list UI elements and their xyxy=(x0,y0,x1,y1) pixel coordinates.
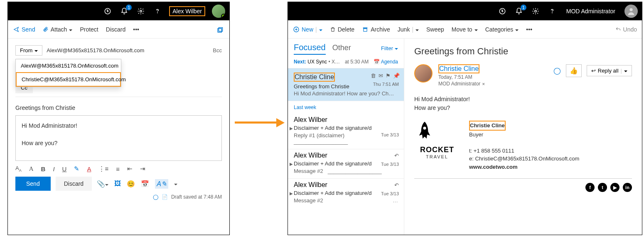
from-row: From AlexW@M365x815178.OnMicrosoft.com B… xyxy=(15,43,222,58)
font-color-icon[interactable]: A xyxy=(87,165,91,172)
insert-icons: 📎 🖼 😊 📅 A✎ xyxy=(97,179,177,189)
protect-command[interactable]: Protect xyxy=(80,26,98,33)
picture-icon[interactable]: 🖼 xyxy=(114,180,121,187)
chevron-down-icon xyxy=(474,26,478,33)
undo-label: Undo xyxy=(623,26,637,33)
bell-icon[interactable]: 1 xyxy=(514,6,524,16)
new-command[interactable]: New| xyxy=(293,26,322,33)
brand-name: ROCKET xyxy=(414,146,460,154)
from-button[interactable]: From xyxy=(15,45,42,56)
next-extra: • X… xyxy=(328,59,340,65)
attach-command[interactable]: Attach xyxy=(43,26,73,33)
send-command[interactable]: Send xyxy=(13,26,35,33)
moveto-command[interactable]: Move to xyxy=(452,26,478,33)
sent-time: Today, 7:51 AM xyxy=(438,74,485,80)
linkedin-icon[interactable]: in xyxy=(623,183,632,192)
agenda-link[interactable]: 📅 Agenda xyxy=(374,59,398,65)
more-insert-icon[interactable] xyxy=(174,180,177,187)
undo-command[interactable]: Undo xyxy=(615,26,637,33)
next-time: at 5:30 AM xyxy=(345,59,369,65)
conv-time: Tue 3/13 xyxy=(381,191,399,196)
highlight-icon[interactable]: ✎ xyxy=(74,165,79,172)
bcc-link[interactable]: Bcc xyxy=(213,47,222,53)
archive-command[interactable]: Archive xyxy=(362,26,390,33)
categories-command[interactable]: Categories xyxy=(485,26,519,33)
like-button[interactable]: 👍 xyxy=(566,64,582,77)
expand-caret-icon[interactable]: ▶ xyxy=(290,126,293,131)
italic-icon[interactable]: I xyxy=(53,165,54,172)
more-command[interactable]: ••• xyxy=(133,26,139,33)
sender-avatar[interactable] xyxy=(414,64,433,83)
help-icon[interactable] xyxy=(152,6,162,16)
youtube-icon[interactable]: ▶ xyxy=(610,183,619,192)
categories-label: Categories xyxy=(485,26,514,33)
sync-icon: ◯ xyxy=(553,67,561,75)
flag-icon[interactable]: ⚑ xyxy=(386,73,391,79)
avatar[interactable] xyxy=(624,5,638,18)
user-name[interactable]: MOD Administrator xyxy=(564,7,618,15)
delete-command[interactable]: Delete xyxy=(330,26,354,33)
archive-label: Archive xyxy=(371,26,390,33)
sync-icon: ◯ xyxy=(153,194,158,200)
more-command[interactable]: ••• xyxy=(526,26,532,33)
msg-preview: Hi Mod Administrator! How are you? Ch… xyxy=(294,90,398,97)
facebook-icon[interactable]: f xyxy=(585,183,595,192)
junk-command[interactable]: Junk| xyxy=(398,26,419,33)
discard-button[interactable]: Discard xyxy=(56,177,92,191)
twitter-icon[interactable]: t xyxy=(598,183,607,192)
gear-icon[interactable] xyxy=(531,6,541,16)
message-item-selected[interactable]: Christie Cline 🗑 ✉ ⚑ 📌 Greetings from Ch… xyxy=(288,68,404,101)
gear-icon[interactable] xyxy=(136,6,146,16)
filter-button[interactable]: Filter xyxy=(381,45,398,51)
signature-icon[interactable]: A✎ xyxy=(155,179,168,189)
compose-command-bar: Send Attach Protect Discard ••• xyxy=(8,20,229,39)
delete-icon[interactable]: 🗑 xyxy=(371,73,376,79)
indent-icon[interactable]: ⇥ xyxy=(140,165,145,172)
reply-all-label: Reply all xyxy=(598,68,619,74)
subject-field[interactable]: Greetings from Christie xyxy=(15,100,222,115)
conv-item[interactable]: ▶ Alex Wilber Disclaimer + Add the signa… xyxy=(288,114,404,149)
skype-icon[interactable] xyxy=(497,6,507,16)
font-style-icon[interactable]: A xyxy=(29,165,34,172)
skype-icon[interactable] xyxy=(103,6,113,16)
expand-caret-icon[interactable]: ▶ xyxy=(290,162,293,166)
bold-icon[interactable]: B xyxy=(41,165,46,172)
conv-item[interactable]: ▶ ↶ Alex Wilber Disclaimer + Add the sig… xyxy=(288,179,404,208)
font-size-icon[interactable]: AA xyxy=(15,165,22,172)
bell-icon[interactable]: 1 xyxy=(119,6,129,16)
sender-name[interactable]: Christie Cline xyxy=(438,64,479,73)
calendar-icon[interactable]: 📅 xyxy=(141,180,149,188)
outdent-icon[interactable]: ⇤ xyxy=(127,165,133,172)
popout-icon[interactable] xyxy=(217,26,224,33)
emoji-icon[interactable]: 😊 xyxy=(127,180,135,188)
discard-command[interactable]: Discard xyxy=(106,26,125,33)
sig-email: e: ChristieC@M365x815178.OnMicrosoft.com xyxy=(469,155,579,163)
bullets-icon[interactable]: ⋮≡ xyxy=(98,165,108,172)
numbering-icon[interactable]: ≡ xyxy=(116,165,120,172)
user-name[interactable]: Alex Wilber xyxy=(169,6,205,16)
attach-icon[interactable]: 📎 xyxy=(97,180,108,188)
reply-all-button[interactable]: ↩ Reply all | xyxy=(587,65,632,76)
sig-web[interactable]: www.codetwo.com xyxy=(469,163,579,171)
svg-point-1 xyxy=(140,10,142,12)
sweep-command[interactable]: Sweep xyxy=(426,26,444,33)
underline-icon[interactable]: U xyxy=(62,165,67,172)
next-event-row[interactable]: Next: UX Sync • X… at 5:30 AM 📅 Agenda xyxy=(288,57,404,68)
avatar[interactable] xyxy=(212,5,225,18)
section-last-week: Last week xyxy=(288,101,404,114)
svg-rect-11 xyxy=(364,29,367,31)
expand-caret-icon[interactable]: ▶ xyxy=(290,191,293,196)
message-editor[interactable]: Hi Mod Administrator! How are you? xyxy=(15,115,222,161)
from-option-1[interactable]: AlexW@M365x815178.OnMicrosoft.com xyxy=(16,59,121,72)
reply-actions: ◯ 👍 ↩ Reply all | xyxy=(553,64,632,77)
tab-other[interactable]: Other xyxy=(332,44,351,52)
tab-focused[interactable]: Focused xyxy=(294,43,326,55)
send-button[interactable]: Send xyxy=(15,177,51,191)
mark-read-icon[interactable]: ✉ xyxy=(379,73,383,79)
pin-icon[interactable]: 📌 xyxy=(393,73,400,79)
conv-item[interactable]: ▶ ↶ Alex Wilber Disclaimer + Add the sig… xyxy=(288,149,404,178)
help-icon[interactable] xyxy=(547,6,557,16)
from-option-2[interactable]: ChristieC@M365x815178.OnMicrosoft.com xyxy=(16,72,121,87)
conv-sender: Alex Wilber xyxy=(294,116,398,124)
new-label: New xyxy=(302,26,313,33)
